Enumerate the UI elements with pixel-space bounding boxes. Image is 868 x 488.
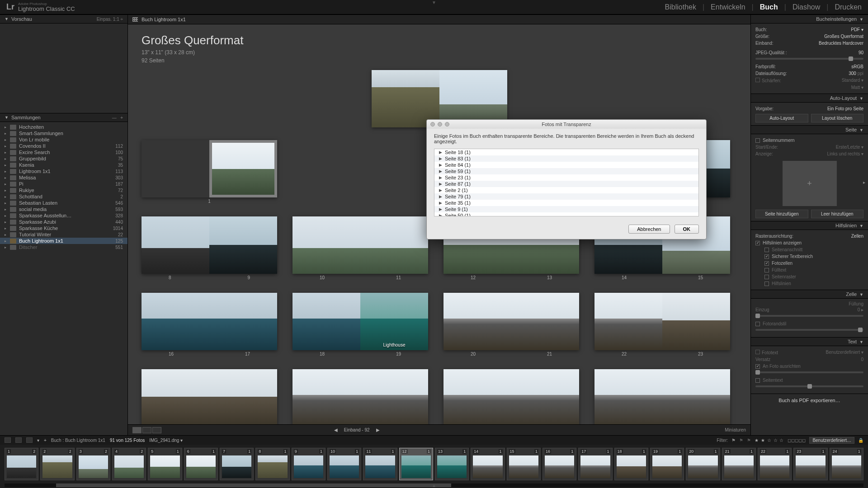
filmstrip-path[interactable]: Buch : Buch Lightroom 1x1 bbox=[51, 438, 105, 443]
section-page[interactable]: Seite▼ bbox=[751, 125, 868, 134]
export-pdf-button[interactable]: Buch als PDF exportieren… bbox=[751, 394, 868, 407]
multi-page-view-icon[interactable] bbox=[132, 427, 142, 433]
filmstrip-thumb[interactable]: 121 bbox=[399, 448, 433, 480]
book-spread[interactable]: 2425 bbox=[142, 369, 277, 424]
filmstrip-thumb[interactable]: 42 bbox=[112, 448, 146, 480]
filmstrip-thumb[interactable]: 131 bbox=[435, 448, 469, 480]
prev-page-icon[interactable]: ◀ bbox=[334, 427, 338, 432]
book-spread[interactable]: 1617 bbox=[142, 293, 277, 357]
page-text-checkbox[interactable]: Seitentext bbox=[755, 377, 863, 384]
window-controls[interactable] bbox=[430, 122, 449, 127]
filmstrip-thumb[interactable]: 91 bbox=[292, 448, 326, 480]
layout-chevron-icon[interactable]: ▸ bbox=[863, 180, 865, 185]
section-cell[interactable]: Zelle▼ bbox=[751, 290, 868, 299]
preset-select[interactable]: Ein Foto pro Seite bbox=[827, 106, 863, 111]
section-auto-layout[interactable]: Auto-Layout▼ bbox=[751, 94, 868, 103]
guide-lines-checkbox[interactable]: Hilfslinien bbox=[764, 280, 863, 287]
lock-icon[interactable]: 🔒 bbox=[858, 438, 863, 443]
dialog-list-item[interactable]: ▶Seite 2 (1) bbox=[434, 187, 698, 193]
panel-toggle-bottom[interactable]: ▲ bbox=[432, 483, 436, 488]
filmstrip-thumb[interactable]: 81 bbox=[255, 448, 289, 480]
dialog-list-item[interactable]: ▶Seite 9 (1) bbox=[434, 206, 698, 212]
book-spread[interactable]: 89 bbox=[142, 216, 277, 280]
section-guides[interactable]: Hilfslinien▼ bbox=[751, 221, 868, 230]
dialog-titlebar[interactable]: Fotos mit Transparenz bbox=[427, 120, 706, 129]
filmstrip-thumb[interactable]: 221 bbox=[758, 448, 792, 480]
show-guides-checkbox[interactable]: ✓Hilfslinien anzeigen bbox=[755, 239, 863, 246]
dialog-list-item[interactable]: ▶Seite 87 (1) bbox=[434, 181, 698, 187]
cancel-button[interactable]: Abbrechen bbox=[628, 225, 670, 234]
dialog-list-item[interactable]: ▶Seite 83 (1) bbox=[434, 155, 698, 162]
module-buch[interactable]: Buch bbox=[760, 3, 778, 11]
filmstrip-thumb[interactable]: 61 bbox=[184, 448, 218, 480]
collection-item[interactable]: ▸Smart-Sammlungen bbox=[0, 130, 127, 136]
collection-item[interactable]: ▸Sparkasse Küche1014 bbox=[0, 225, 127, 231]
collection-item[interactable]: ▸Excire Search100 bbox=[0, 149, 127, 155]
guide-filltext-checkbox[interactable]: Fülltext bbox=[764, 267, 863, 273]
collection-item[interactable]: ▸Von Lr mobile bbox=[0, 136, 127, 143]
filmstrip-thumb[interactable]: 12 bbox=[5, 448, 38, 480]
filmstrip-thumb[interactable]: 211 bbox=[722, 448, 756, 480]
page-navigator[interactable]: ◀ Einband - 92 ▶ bbox=[334, 427, 380, 432]
second-window-icon[interactable] bbox=[5, 437, 11, 443]
collection-item[interactable]: ▸Tutorial Winter22 bbox=[0, 231, 127, 238]
page-numbers-checkbox[interactable]: Seitennummern bbox=[755, 137, 863, 144]
add-page-button[interactable]: Seite hinzufügen bbox=[755, 210, 808, 218]
guide-photocells-checkbox[interactable]: ✓Fotozellen bbox=[764, 260, 863, 267]
filmstrip-filename[interactable]: IMG_2941.dng ▾ bbox=[149, 438, 183, 443]
jpeg-quality-slider[interactable] bbox=[755, 58, 863, 60]
book-spread[interactable]: 1011 bbox=[292, 216, 428, 280]
collection-item[interactable]: ▸Schottland2 bbox=[0, 193, 127, 200]
collection-item[interactable]: ▸Rukiye72 bbox=[0, 187, 127, 193]
book-spread[interactable]: 2829 bbox=[443, 369, 579, 424]
filmstrip-thumb[interactable]: 141 bbox=[471, 448, 505, 480]
view-mode-toggles[interactable] bbox=[132, 427, 161, 433]
book-spread[interactable]: 3031 bbox=[594, 369, 730, 424]
filmstrip-thumb[interactable]: 51 bbox=[148, 448, 182, 480]
dialog-list-item[interactable]: ▶Seite 18 (1) bbox=[434, 149, 698, 155]
filmstrip-thumb[interactable]: 201 bbox=[686, 448, 720, 480]
book-format-select[interactable]: PDF ▾ bbox=[851, 27, 863, 32]
flag-reject-icon[interactable]: ⚑ bbox=[747, 438, 751, 443]
flag-filter-icon[interactable]: ⚑ bbox=[731, 438, 736, 443]
photo-border-checkbox[interactable]: Fotorandstil bbox=[755, 320, 863, 327]
collection-item[interactable]: ▸social media593 bbox=[0, 206, 127, 212]
single-page-view-icon[interactable] bbox=[152, 427, 161, 433]
collections-header[interactable]: ▼Sammlungen — + bbox=[0, 113, 127, 122]
dialog-page-list[interactable]: ▶Seite 18 (1)▶Seite 83 (1)▶Seite 84 (1)▶… bbox=[434, 149, 699, 216]
ok-button[interactable]: OK bbox=[675, 225, 699, 234]
dialog-list-item[interactable]: ▶Seite 23 (1) bbox=[434, 174, 698, 181]
collection-item[interactable]: ▸Sparkasse Azubi440 bbox=[0, 219, 127, 225]
book-spread[interactable]: 2021 bbox=[443, 293, 579, 357]
padding-slider[interactable] bbox=[755, 315, 863, 317]
collection-item[interactable]: ▸Melissa303 bbox=[0, 174, 127, 181]
filmstrip-thumb[interactable]: 111 bbox=[363, 448, 397, 480]
book-spread[interactable]: 2223 bbox=[594, 293, 730, 357]
filmstrip-thumb[interactable]: 101 bbox=[327, 448, 361, 480]
collection-item[interactable]: ▸Lightroom 1x1113 bbox=[0, 168, 127, 174]
spread-view-icon[interactable] bbox=[142, 427, 151, 433]
module-diashow[interactable]: Diashow bbox=[793, 3, 820, 11]
rating-filter[interactable]: ★ ★ ☆ ☆ ☆ bbox=[755, 438, 784, 443]
collection-item[interactable]: ▸Ditscher551 bbox=[0, 244, 127, 250]
preview-panel-header[interactable]: ▼Vorschau Einpas. 1:1 ÷ bbox=[0, 14, 127, 23]
collection-item[interactable]: ▸Sparkasse Ausstellun…328 bbox=[0, 212, 127, 219]
guide-pagegrid-checkbox[interactable]: Seitenraster bbox=[764, 273, 863, 280]
module-bibliothek[interactable]: Bibliothek bbox=[665, 3, 696, 11]
panel-toggle-top[interactable]: ▼ bbox=[432, 0, 436, 5]
collection-item[interactable]: ▸Gruppenbild75 bbox=[0, 155, 127, 162]
filmstrip-thumb[interactable]: 161 bbox=[542, 448, 576, 480]
collection-item[interactable]: ▸Pi187 bbox=[0, 181, 127, 187]
second-window-2-icon[interactable] bbox=[15, 437, 22, 443]
color-labels[interactable]: ◻◻◻◻◻ bbox=[788, 438, 806, 443]
jpeg-quality-value[interactable]: 90 bbox=[859, 50, 863, 55]
align-to-photo-checkbox[interactable]: ✓An Foto ausrichten bbox=[755, 363, 863, 370]
module-entwickeln[interactable]: Entwickeln bbox=[711, 3, 745, 11]
filmstrip-thumb[interactable]: 171 bbox=[578, 448, 612, 480]
collection-item[interactable]: ▸Buch Lightroom 1x1125 bbox=[0, 238, 127, 244]
clear-layout-button[interactable]: Layout löschen bbox=[811, 114, 864, 122]
flag-off-icon[interactable]: ⚑ bbox=[739, 438, 743, 443]
collection-item[interactable]: ▸Covendos II112 bbox=[0, 143, 127, 149]
page-layout-preview[interactable]: + bbox=[783, 161, 837, 206]
book-spread[interactable]: Lighthouse 1819 bbox=[292, 293, 428, 357]
